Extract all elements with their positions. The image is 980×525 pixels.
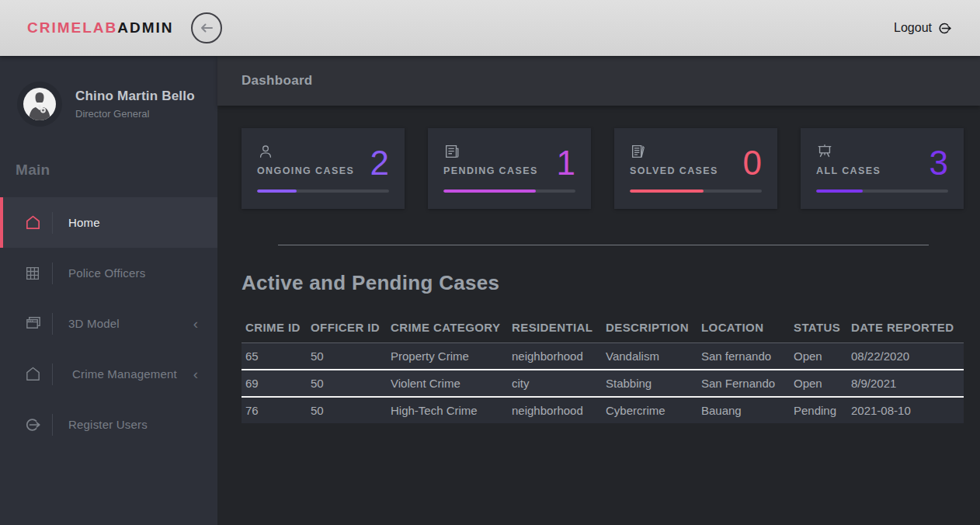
- column-header: CRIME CATEGORY: [387, 316, 508, 343]
- stat-card-ongoing: ONGOING CASES 2: [242, 128, 405, 209]
- user-name: Chino Martin Bello: [75, 89, 195, 104]
- column-header: CRIME ID: [242, 316, 307, 343]
- stat-value: 3: [930, 149, 948, 176]
- chevron-left-icon: ‹: [193, 367, 198, 381]
- nav-divider: [52, 414, 53, 436]
- sidebar-item-label: Crime Management: [68, 367, 177, 381]
- logout-label: Logout: [894, 21, 932, 35]
- board-icon: [816, 141, 881, 160]
- nav-divider: [52, 363, 53, 385]
- progress-fill: [257, 189, 297, 193]
- progress-fill: [816, 189, 863, 193]
- cell-residential: city: [508, 370, 602, 397]
- cell-crime-id: 69: [242, 370, 307, 397]
- app-root: CRIMELABADMIN Logout: [0, 0, 980, 525]
- column-header: DESCRIPTION: [602, 316, 697, 343]
- cell-description: Cybercrime: [602, 397, 697, 423]
- cases-table: CRIME ID OFFICER ID CRIME CATEGORY RESID…: [242, 316, 964, 423]
- avatar: [17, 82, 62, 127]
- cell-status: Pending: [790, 397, 847, 423]
- sidebar-item-label: Home: [68, 216, 100, 229]
- table-row: 76 50 High-Tech Crime neighborhood Cyber…: [242, 397, 964, 423]
- sidebar-item-label: 3D Model: [68, 317, 120, 330]
- sidebar-section-label: Main: [16, 162, 217, 179]
- register-user-icon: [23, 416, 42, 433]
- stat-card-solved: SOLVED CASES 0: [614, 128, 777, 209]
- table-header-row: CRIME ID OFFICER ID CRIME CATEGORY RESID…: [242, 316, 964, 343]
- brand-secondary: ADMIN: [117, 19, 173, 36]
- report-icon: [630, 141, 718, 160]
- chevron-left-icon: ‹: [193, 316, 198, 331]
- cell-status: Open: [790, 370, 847, 397]
- logout-icon: [937, 21, 952, 36]
- section-divider: [278, 245, 929, 245]
- nav-divider: [52, 313, 53, 335]
- stat-value: 0: [743, 149, 762, 176]
- cell-description: Vandalism: [602, 343, 697, 370]
- cell-location: San Fernando: [697, 370, 790, 397]
- page-title: Dashboard: [242, 73, 313, 89]
- cell-date-reported: 2021-08-10: [847, 397, 964, 423]
- cell-crime-id: 65: [242, 343, 307, 370]
- progress-track: [816, 189, 948, 193]
- window-icon: [23, 315, 42, 332]
- back-button[interactable]: [191, 12, 222, 43]
- topbar: Dashboard: [217, 56, 980, 106]
- content: ONGOING CASES 2: [217, 106, 980, 423]
- stat-label: ALL CASES: [816, 165, 881, 176]
- cell-status: Open: [790, 343, 847, 370]
- stat-label: ONGOING CASES: [257, 165, 354, 176]
- column-header: DATE REPORTED: [847, 316, 964, 343]
- logout-button[interactable]: Logout: [894, 21, 961, 36]
- progress-fill: [443, 189, 536, 193]
- arrow-left-icon: [199, 20, 214, 36]
- column-header: RESIDENTIAL: [508, 316, 602, 343]
- cell-description: Stabbing: [602, 370, 697, 397]
- nav-divider: [52, 262, 53, 284]
- cell-officer-id: 50: [307, 397, 387, 423]
- stat-value: 1: [557, 149, 575, 176]
- house-icon: [23, 365, 42, 383]
- column-header: LOCATION: [697, 316, 790, 343]
- cell-residential: neighborhood: [508, 343, 602, 370]
- grid-icon: [23, 265, 42, 282]
- cell-officer-id: 50: [307, 370, 387, 397]
- column-header: OFFICER ID: [307, 316, 387, 343]
- home-icon: [23, 214, 42, 231]
- progress-track: [443, 189, 575, 193]
- newspaper-icon: [443, 141, 538, 160]
- cell-date-reported: 8/9/2021: [847, 370, 964, 397]
- cell-date-reported: 08/22/2020: [847, 343, 964, 370]
- stat-label: SOLVED CASES: [630, 165, 718, 176]
- sidebar-item-crime-management[interactable]: Crime Management ‹: [0, 349, 217, 399]
- person-icon: [257, 141, 354, 160]
- table-row: 65 50 Property Crime neighborhood Vandal…: [242, 343, 964, 370]
- sidebar-item-label: Register Users: [68, 418, 148, 431]
- sidebar-item-police-officers[interactable]: Police Officers: [0, 248, 217, 298]
- stat-card-all: ALL CASES 3: [801, 128, 964, 209]
- brand-logo: CRIMELABADMIN: [27, 19, 174, 37]
- cell-officer-id: 50: [307, 343, 387, 370]
- user-role: Director General: [75, 108, 195, 120]
- nav-divider: [52, 212, 53, 234]
- stat-value: 2: [370, 149, 389, 176]
- cell-crime-category: Property Crime: [387, 343, 508, 370]
- cell-crime-category: High-Tech Crime: [387, 397, 508, 423]
- sidebar-nav: Home Police Officers 3D Model ‹: [0, 197, 217, 450]
- user-panel: Chino Martin Bello Director General: [0, 56, 217, 127]
- sidebar-item-label: Police Officers: [68, 266, 145, 280]
- progress-track: [257, 189, 389, 193]
- column-header: STATUS: [790, 316, 847, 343]
- cell-residential: neighborhood: [508, 397, 602, 423]
- progress-fill: [630, 189, 704, 193]
- brand-primary: CRIMELAB: [27, 19, 117, 36]
- sidebar-item-register-users[interactable]: Register Users: [0, 399, 217, 450]
- cell-crime-category: Violent Crime: [387, 370, 508, 397]
- sidebar-item-home[interactable]: Home: [0, 197, 217, 248]
- table-row: 69 50 Violent Crime city Stabbing San Fe…: [242, 370, 964, 397]
- sidebar: Chino Martin Bello Director General Main…: [0, 56, 217, 525]
- main-area: Dashboard ONGOING CASES 2: [217, 56, 980, 525]
- progress-track: [630, 189, 762, 193]
- sidebar-item-3d-model[interactable]: 3D Model ‹: [0, 298, 217, 349]
- app-header: CRIMELABADMIN Logout: [0, 0, 980, 56]
